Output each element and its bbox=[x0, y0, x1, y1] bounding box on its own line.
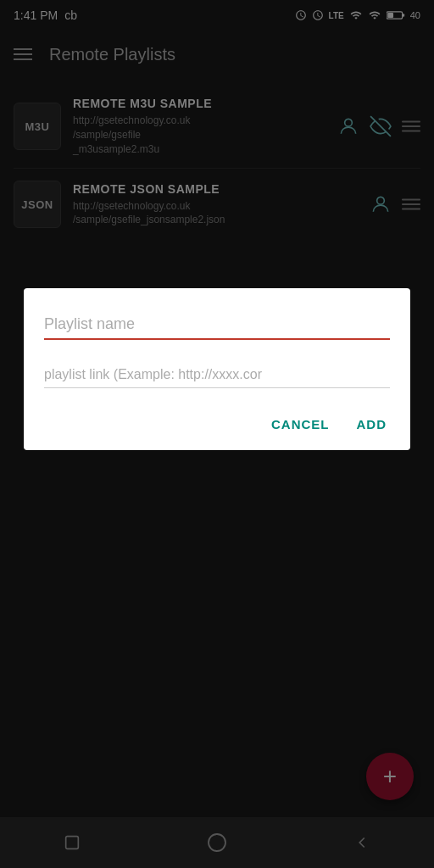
dialog-actions: CANCEL ADD bbox=[44, 409, 390, 437]
playlist-name-input[interactable] bbox=[44, 312, 390, 340]
add-button[interactable]: ADD bbox=[353, 412, 391, 437]
playlist-link-input[interactable] bbox=[44, 364, 390, 388]
playlist-name-wrap bbox=[44, 312, 390, 340]
playlist-link-wrap bbox=[44, 364, 390, 388]
cancel-button[interactable]: CANCEL bbox=[268, 412, 333, 437]
add-playlist-dialog: CANCEL ADD bbox=[24, 288, 410, 450]
